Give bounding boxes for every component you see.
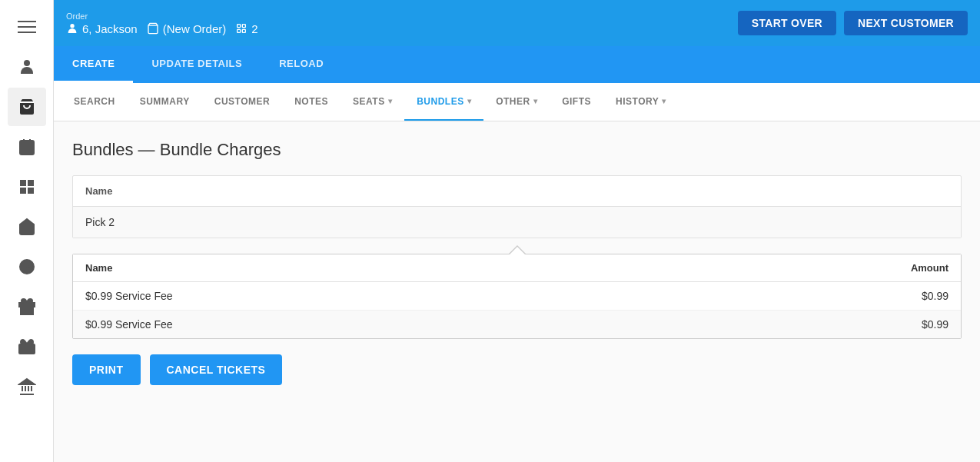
svg-point-3 xyxy=(24,60,30,66)
svg-rect-9 xyxy=(20,180,26,186)
sidebar-bank-icon[interactable] xyxy=(8,367,46,406)
main-content: Order 6, Jackson (New Order) 2 START OVE… xyxy=(54,0,980,462)
tab-other[interactable]: OTHER ▾ xyxy=(483,83,550,121)
sidebar-gift-icon[interactable] xyxy=(8,288,46,326)
order-status-info: (New Order) xyxy=(147,22,227,35)
action-buttons: PRINT CANCEL TICKETS xyxy=(72,354,962,385)
svg-rect-1 xyxy=(18,26,36,28)
subnav-create[interactable]: CREATE xyxy=(54,46,133,83)
sidebar-person-icon[interactable] xyxy=(8,48,46,86)
tab-gifts[interactable]: GIFTS xyxy=(550,83,603,121)
svg-rect-27 xyxy=(243,25,246,28)
history-chevron: ▾ xyxy=(662,97,666,105)
row-name: $0.99 Service Fee xyxy=(73,282,643,311)
bundle-name-header: Name xyxy=(73,176,961,207)
seats-chevron: ▾ xyxy=(388,97,393,105)
page-content: Bundles — Bundle Charges Name Pick 2 Nam… xyxy=(54,121,980,462)
svg-rect-11 xyxy=(20,188,26,194)
next-customer-button[interactable]: NEXT CUSTOMER xyxy=(844,11,968,35)
table-row: $0.99 Service Fee $0.99 xyxy=(73,282,961,311)
tab-summary[interactable]: SUMMARY xyxy=(128,83,202,121)
svg-rect-0 xyxy=(18,21,36,22)
order-info: Order 6, Jackson (New Order) 2 xyxy=(66,12,738,35)
svg-marker-23 xyxy=(19,379,35,384)
bundles-chevron: ▾ xyxy=(467,97,472,105)
bundle-card: Name Pick 2 xyxy=(72,175,962,238)
subnav-update-details[interactable]: UPDATE DETAILS xyxy=(133,46,261,83)
svg-rect-2 xyxy=(18,32,36,33)
sidebar-grid-icon[interactable] xyxy=(8,168,46,206)
order-details: 6, Jackson (New Order) 2 xyxy=(66,22,738,35)
row-amount: $0.99 xyxy=(643,311,961,339)
start-over-button[interactable]: START OVER xyxy=(738,11,836,35)
detail-col-amount: Amount xyxy=(643,254,961,282)
sidebar xyxy=(0,0,54,462)
page-title: Bundles — Bundle Charges xyxy=(72,140,962,160)
svg-rect-5 xyxy=(20,141,34,155)
topbar-actions: START OVER NEXT CUSTOMER xyxy=(738,11,968,35)
svg-rect-12 xyxy=(28,188,34,194)
order-status: (New Order) xyxy=(163,22,227,35)
detail-table-wrapper: Name Amount $0.99 Service Fee $0.99 $0.9… xyxy=(72,254,962,339)
svg-rect-28 xyxy=(238,29,241,32)
sidebar-store-icon[interactable] xyxy=(8,208,46,246)
topbar: Order 6, Jackson (New Order) 2 START OVE… xyxy=(54,0,980,46)
tab-seats[interactable]: SEATS ▾ xyxy=(341,83,404,121)
tab-customer[interactable]: CUSTOMER xyxy=(202,83,282,121)
sidebar-calendar-icon[interactable] xyxy=(8,128,46,166)
cancel-tickets-button[interactable]: CANCEL TICKETS xyxy=(150,354,283,385)
svg-rect-29 xyxy=(243,29,246,32)
seat-info: 2 xyxy=(235,22,257,35)
row-amount: $0.99 xyxy=(643,282,961,311)
sidebar-gift2-icon[interactable] xyxy=(8,327,46,366)
customer-name: 6, Jackson xyxy=(82,22,138,35)
svg-point-24 xyxy=(70,24,74,28)
detail-col-name: Name xyxy=(73,254,643,282)
customer-info: 6, Jackson xyxy=(66,22,138,35)
tabbar: SEARCH SUMMARY CUSTOMER NOTES SEATS ▾ BU… xyxy=(54,83,980,121)
detail-table: Name Amount $0.99 Service Fee $0.99 $0.9… xyxy=(73,254,961,338)
seat-count: 2 xyxy=(251,22,257,35)
print-button[interactable]: PRINT xyxy=(72,354,141,385)
bundle-name-value: Pick 2 xyxy=(73,207,961,238)
sidebar-menu-icon[interactable] xyxy=(8,8,46,46)
tab-search[interactable]: SEARCH xyxy=(61,83,128,121)
row-name: $0.99 Service Fee xyxy=(73,311,643,339)
subnav-reload[interactable]: RELOAD xyxy=(261,46,342,83)
other-chevron: ▾ xyxy=(533,97,538,105)
table-row: $0.99 Service Fee $0.99 xyxy=(73,311,961,339)
svg-rect-26 xyxy=(238,25,241,28)
tab-history[interactable]: HISTORY ▾ xyxy=(603,83,679,121)
svg-rect-13 xyxy=(25,228,29,234)
sidebar-history-icon[interactable] xyxy=(8,248,46,286)
tab-bundles[interactable]: BUNDLES ▾ xyxy=(404,83,483,121)
subnav: CREATE UPDATE DETAILS RELOAD xyxy=(54,46,980,83)
order-label: Order xyxy=(66,12,738,21)
sidebar-cart-icon[interactable] xyxy=(8,88,46,126)
svg-rect-10 xyxy=(28,180,34,186)
tab-notes[interactable]: NOTES xyxy=(282,83,341,121)
